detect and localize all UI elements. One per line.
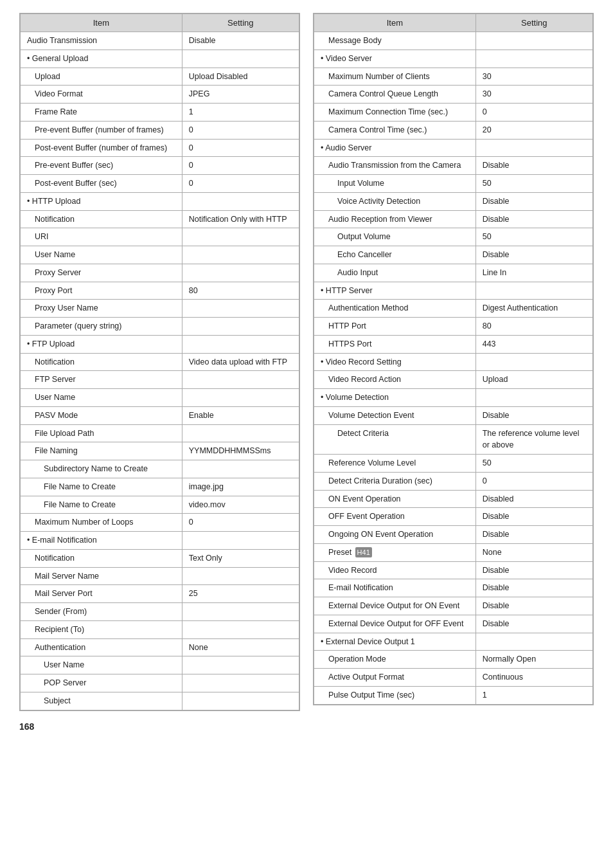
setting-cell: Disable [475, 508, 592, 526]
table-row: File Name to Createimage.jpg [21, 478, 299, 496]
table-row: • Video Record Setting [314, 353, 593, 371]
item-cell: • Video Server [314, 50, 476, 68]
setting-cell [182, 656, 299, 674]
left-setting-header: Setting [182, 14, 299, 32]
table-row: Audio Reception from ViewerDisable [314, 210, 593, 228]
table-row: • HTTP Server [314, 282, 593, 300]
item-cell: Notification [21, 353, 182, 371]
table-row: External Device Output for OFF EventDisa… [314, 615, 593, 633]
item-cell: ON Event Operation [314, 490, 476, 508]
setting-cell: Upload [475, 371, 592, 389]
table-row: Subdirectory Name to Create [21, 460, 299, 478]
table-row: Pre-event Buffer (sec)0 [21, 157, 299, 175]
table-row: User Name [21, 389, 299, 407]
table-row: Detect CriteriaThe reference volume leve… [314, 424, 593, 455]
table-row: E-mail NotificationDisable [314, 579, 593, 597]
item-cell: • General Upload [21, 50, 182, 68]
item-cell: Sender (From) [21, 603, 182, 621]
item-cell: Camera Control Time (sec.) [314, 121, 476, 139]
item-cell: Maximum Connection Time (sec.) [314, 104, 476, 122]
item-cell: Audio Reception from Viewer [314, 210, 476, 228]
table-row: Message Body [314, 32, 593, 50]
item-cell: • E-mail Notification [21, 532, 182, 550]
setting-cell: Disable [475, 579, 592, 597]
setting-cell: 80 [182, 282, 299, 300]
table-row: User Name [21, 246, 299, 264]
table-row: PASV ModeEnable [21, 406, 299, 424]
table-row: Output Volume50 [314, 228, 593, 246]
item-cell: Voice Activity Detection [314, 192, 476, 210]
item-cell: • Video Record Setting [314, 353, 476, 371]
setting-cell [182, 389, 299, 407]
left-table: Item Setting Audio TransmissionDisable• … [20, 14, 299, 710]
table-row: Proxy Server [21, 264, 299, 282]
item-cell: Pre-event Buffer (number of frames) [21, 121, 182, 139]
item-cell: Pulse Output Time (sec) [314, 686, 476, 704]
table-row: • FTP Upload [21, 335, 299, 353]
setting-cell: image.jpg [182, 478, 299, 496]
bullet-icon: • [321, 286, 326, 295]
setting-cell: 0 [475, 472, 592, 490]
setting-cell: 0 [182, 514, 299, 532]
setting-cell: Disable [475, 192, 592, 210]
bullet-icon: • [321, 393, 326, 402]
table-row: Recipient (To) [21, 620, 299, 638]
table-row: Audio TransmissionDisable [21, 32, 299, 50]
setting-cell: Disable [475, 246, 592, 264]
table-row: NotificationText Only [21, 549, 299, 567]
setting-cell: Disable [475, 526, 592, 544]
table-row: HTTPS Port443 [314, 335, 593, 353]
setting-cell [182, 335, 299, 353]
item-cell: Authentication Method [314, 300, 476, 318]
table-row: Echo CancellerDisable [314, 246, 593, 264]
setting-cell: 443 [475, 335, 592, 353]
setting-cell: 0 [182, 175, 299, 193]
item-cell: Recipient (To) [21, 620, 182, 638]
item-cell: Parameter (query string) [21, 318, 182, 336]
table-row: NotificationVideo data upload with FTP [21, 353, 299, 371]
item-cell: Preset H41 [314, 543, 476, 561]
setting-cell: 20 [475, 121, 592, 139]
table-row: Reference Volume Level50 [314, 455, 593, 473]
setting-cell [182, 603, 299, 621]
bullet-icon: • [27, 536, 32, 545]
table-row: Mail Server Port25 [21, 585, 299, 603]
setting-cell [475, 139, 592, 157]
item-cell: Subject [21, 692, 182, 710]
table-row: File NamingYYMMDDHHMMSSms [21, 442, 299, 460]
preset-highlight: H41 [355, 547, 372, 558]
setting-cell: 50 [475, 175, 592, 193]
table-row: Volume Detection EventDisable [314, 406, 593, 424]
setting-cell: Disable [182, 32, 299, 50]
table-row: • General Upload [21, 50, 299, 68]
item-cell: Audio Transmission from the Camera [314, 157, 476, 175]
item-cell: Mail Server Port [21, 585, 182, 603]
table-row: • External Device Output 1 [314, 633, 593, 651]
setting-cell: Digest Authentication [475, 300, 592, 318]
setting-cell [182, 371, 299, 389]
table-row: Maximum Number of Clients30 [314, 68, 593, 86]
item-cell: • HTTP Upload [21, 192, 182, 210]
item-cell: Reference Volume Level [314, 455, 476, 473]
table-row: Preset H41None [314, 543, 593, 561]
item-cell: Detect Criteria [314, 424, 476, 455]
item-cell: User Name [21, 656, 182, 674]
item-cell: File Name to Create [21, 478, 182, 496]
item-cell: • External Device Output 1 [314, 633, 476, 651]
item-cell: E-mail Notification [314, 579, 476, 597]
setting-cell: 50 [475, 228, 592, 246]
setting-cell [475, 633, 592, 651]
right-setting-header: Setting [475, 14, 592, 32]
table-row: Video RecordDisable [314, 561, 593, 579]
setting-cell [182, 460, 299, 478]
table-row: File Upload Path [21, 424, 299, 442]
setting-cell: Disable [475, 157, 592, 175]
table-row: Operation ModeNormally Open [314, 651, 593, 669]
setting-cell [182, 424, 299, 442]
setting-cell: The reference volume level or above [475, 424, 592, 455]
setting-cell [475, 389, 592, 407]
bullet-icon: • [27, 339, 32, 348]
setting-cell: Disable [475, 597, 592, 615]
setting-cell [182, 318, 299, 336]
item-cell: HTTPS Port [314, 335, 476, 353]
